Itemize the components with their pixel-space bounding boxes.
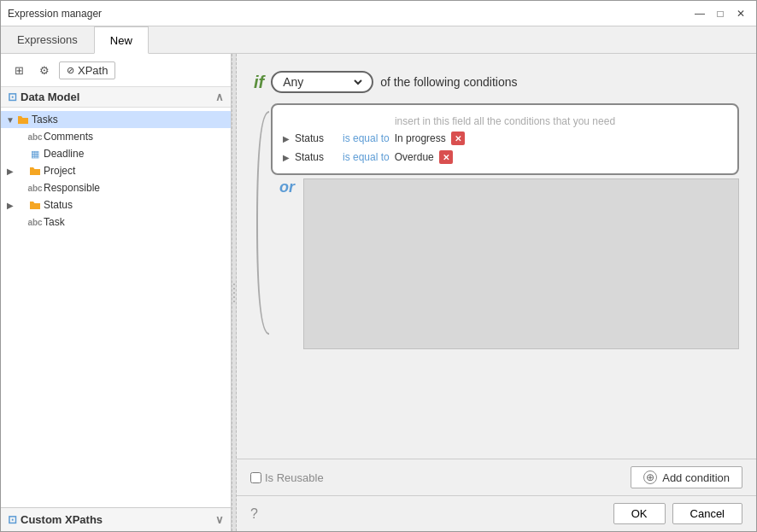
bottom-bar: Is Reusable ⊕ Add condition — [237, 459, 756, 495]
is-reusable-checkbox[interactable] — [250, 472, 261, 483]
tab-new[interactable]: New — [94, 26, 149, 54]
close-button[interactable]: ✕ — [732, 5, 749, 22]
any-select[interactable]: Any All None — [279, 74, 365, 90]
cond-field-2: Status — [295, 151, 337, 163]
tree-label-responsible: Responsible — [44, 182, 100, 194]
conditions-outer: insert in this field all the conditions … — [254, 103, 739, 349]
left-bottom: Is Reusable — [250, 471, 324, 484]
condition-block: insert in this field all the conditions … — [271, 103, 739, 175]
minimize-button[interactable]: — — [691, 5, 708, 22]
right-panel: if Any All None of the following conditi… — [237, 54, 756, 531]
condition-row-2: ▶ Status is equal to Overdue ✕ — [279, 148, 731, 167]
tree-label-status: Status — [44, 199, 73, 211]
cond-arrow-1[interactable]: ▶ — [283, 134, 290, 143]
tree-collapse-icon[interactable]: ∧ — [215, 91, 224, 103]
or-section: or — [271, 178, 739, 349]
folder-icon-project — [28, 164, 42, 178]
tree-item-task[interactable]: abc Task — [1, 213, 231, 231]
conditions-column: insert in this field all the conditions … — [271, 103, 739, 349]
tree-item-tasks[interactable]: ▼ Tasks — [1, 111, 231, 128]
tree-item-responsible[interactable]: abc Responsible — [1, 179, 231, 196]
maximize-button[interactable]: □ — [712, 5, 729, 22]
window-controls: — □ ✕ — [691, 5, 749, 22]
tree-label-comments: Comments — [44, 131, 93, 143]
abc-icon-comments: abc — [28, 130, 42, 143]
help-icon[interactable]: ? — [250, 506, 258, 522]
tree-header-label: Data Model — [21, 91, 79, 103]
grid-icon-button[interactable]: ⊞ — [8, 59, 30, 81]
data-model-icon: ⊡ — [8, 91, 17, 103]
if-row: if Any All None of the following conditi… — [254, 71, 739, 93]
is-reusable-label: Is Reusable — [250, 471, 324, 484]
abc-icon-task: abc — [28, 215, 42, 229]
cond-op-2: is equal to — [343, 151, 390, 163]
settings-icon-button[interactable]: ⚙ — [33, 59, 56, 81]
calendar-icon-deadline: ▦ — [28, 147, 42, 161]
cond-op-1: is equal to — [343, 132, 390, 144]
cancel-button[interactable]: Cancel — [672, 503, 742, 524]
cond-delete-1[interactable]: ✕ — [451, 132, 465, 145]
footer: ? OK Cancel — [237, 495, 756, 531]
any-dropdown[interactable]: Any All None — [271, 71, 373, 93]
tree-item-deadline[interactable]: ▦ Deadline — [1, 145, 231, 162]
cond-val-2: Overdue — [395, 151, 434, 163]
tab-bar: Expressions New — [1, 26, 756, 54]
expression-manager-window: Expression manager — □ ✕ Expressions New… — [0, 0, 757, 532]
expression-area: if Any All None of the following conditi… — [237, 54, 756, 459]
tree-item-project[interactable]: ▶ Project — [1, 162, 231, 179]
add-condition-button[interactable]: ⊕ Add condition — [631, 466, 742, 488]
custom-xpath-header[interactable]: ⊡ Custom XPaths ∨ — [1, 508, 231, 531]
tree-label-deadline: Deadline — [44, 148, 84, 160]
resizer-dot — [233, 284, 235, 285]
cond-delete-2[interactable]: ✕ — [439, 150, 453, 164]
ok-button[interactable]: OK — [613, 503, 666, 524]
main-content: ⊞ ⚙ ⊘ XPath ⊡ Data Model ∧ — [1, 54, 756, 531]
condition-hint: insert in this field all the conditions … — [279, 112, 731, 129]
cond-arrow-2[interactable]: ▶ — [283, 153, 290, 162]
expand-tasks-icon[interactable]: ▼ — [4, 114, 16, 126]
resizer-dot — [233, 296, 235, 298]
tab-expressions[interactable]: Expressions — [1, 26, 94, 53]
tree-label-tasks: Tasks — [32, 114, 58, 126]
xpath-icon: ⊘ — [67, 65, 74, 76]
gear-icon: ⚙ — [39, 64, 50, 77]
resizer-dot — [233, 288, 235, 289]
custom-xpath-section: ⊡ Custom XPaths ∨ — [1, 507, 231, 531]
condition-suffix: of the following conditions — [380, 75, 517, 89]
left-panel: ⊞ ⚙ ⊘ XPath ⊡ Data Model ∧ — [1, 54, 232, 531]
folder-icon — [16, 113, 30, 126]
if-label: if — [254, 73, 264, 92]
folder-icon-status — [28, 198, 42, 212]
left-toolbar: ⊞ ⚙ ⊘ XPath — [1, 54, 231, 87]
custom-xpath-expand-icon[interactable]: ∨ — [215, 513, 224, 526]
footer-buttons: OK Cancel — [613, 503, 742, 524]
titlebar: Expression manager — □ ✕ — [1, 1, 756, 26]
window-title: Expression manager — [8, 8, 102, 20]
cond-val-1: In progress — [395, 132, 446, 144]
resizer-dot — [233, 301, 235, 302]
tree-label-project: Project — [44, 165, 75, 177]
custom-xpath-label: Custom XPaths — [21, 513, 103, 526]
left-bracket — [254, 103, 271, 342]
tree-header: ⊡ Data Model ∧ — [1, 87, 231, 108]
tree-section: ⊡ Data Model ∧ ▼ Tasks — [1, 87, 231, 507]
cond-field-1: Status — [295, 132, 337, 144]
add-circle-icon: ⊕ — [643, 471, 657, 484]
resizer-dot — [233, 292, 235, 294]
empty-drop-area[interactable] — [303, 178, 739, 349]
bracket-svg — [254, 103, 271, 342]
or-label: or — [271, 178, 303, 196]
expand-status-icon[interactable]: ▶ — [4, 199, 16, 211]
expand-project-icon[interactable]: ▶ — [4, 165, 16, 177]
tree-items: ▼ Tasks abc Comments — [1, 108, 231, 234]
xpath-button[interactable]: ⊘ XPath — [59, 61, 115, 79]
custom-xpath-icon: ⊡ — [8, 513, 17, 526]
abc-icon-responsible: abc — [28, 181, 42, 195]
tree-item-comments[interactable]: abc Comments — [1, 128, 231, 145]
condition-row-1: ▶ Status is equal to In progress ✕ — [279, 129, 731, 148]
tree-item-status[interactable]: ▶ Status — [1, 196, 231, 213]
grid-icon: ⊞ — [15, 64, 24, 77]
tree-label-task: Task — [44, 216, 65, 228]
